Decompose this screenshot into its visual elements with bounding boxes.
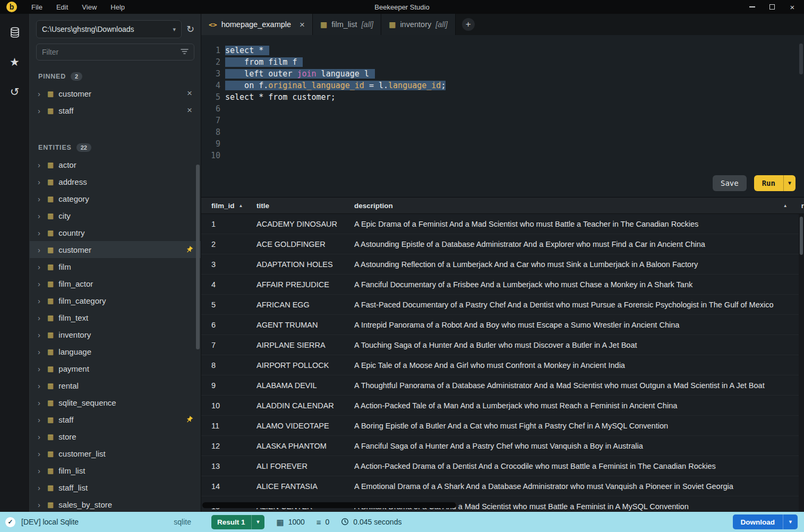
new-tab-button[interactable]: +	[462, 18, 475, 31]
unpin-close-icon[interactable]: ×	[187, 105, 192, 116]
run-button[interactable]: Run ▼	[754, 175, 796, 191]
table-row[interactable]: 6AGENT TRUMANA Intrepid Panorama of a Ro…	[201, 315, 804, 335]
chevron-right-icon[interactable]: ›	[38, 178, 42, 186]
editor-scrollbar[interactable]	[799, 44, 803, 74]
cell-title[interactable]: ALICE FANTASIA	[256, 482, 354, 491]
cell-title[interactable]: ALASKA PHANTOM	[256, 442, 354, 450]
results-horizontal-scrollbar[interactable]	[202, 502, 456, 508]
chevron-right-icon[interactable]: ›	[38, 331, 42, 339]
connection-dropdown[interactable]: C:\Users\ghstng\Downloads ▾	[36, 20, 182, 38]
chevron-right-icon[interactable]: ›	[38, 212, 42, 220]
entity-item-film[interactable]: ›▦film	[30, 258, 201, 275]
cell-title[interactable]: ACE GOLDFINGER	[256, 240, 354, 248]
cell-title[interactable]: ALI FOREVER	[256, 462, 354, 470]
cell-description[interactable]: A Intrepid Panorama of a Robot And a Boy…	[354, 315, 804, 335]
download-button[interactable]: Download ▼	[733, 514, 798, 529]
save-button[interactable]: Save	[713, 175, 747, 191]
entity-item-inventory[interactable]: ›▦inventory	[30, 326, 201, 343]
cell-title[interactable]: AGENT TRUMAN	[256, 321, 354, 329]
history-icon[interactable]: ↺	[7, 84, 23, 100]
refresh-icon[interactable]: ↻	[186, 24, 194, 34]
sql-editor[interactable]: 12345678910 select * from film f left ou…	[201, 35, 804, 197]
pinned-item-staff[interactable]: ›▦staff×	[30, 102, 201, 119]
table-row[interactable]: 11ALAMO VIDEOTAPEA Boring Epistle of a B…	[201, 416, 804, 436]
code-line[interactable]: select * from customer;	[225, 91, 446, 103]
cell-title[interactable]: ALADDIN CALENDAR	[256, 401, 354, 410]
maximize-button[interactable]	[764, 1, 781, 13]
chevron-right-icon[interactable]: ›	[38, 107, 42, 115]
cell-description[interactable]: A Fanciful Saga of a Hunter And a Pastry…	[354, 436, 804, 456]
minimize-button[interactable]	[743, 1, 760, 13]
run-options-caret-icon[interactable]: ▼	[783, 175, 796, 191]
column-header-film_id[interactable]: film_id▲	[201, 202, 256, 210]
code-line[interactable]	[225, 126, 446, 138]
cell-film-id[interactable]: 1	[201, 220, 256, 228]
cell-title[interactable]: ALABAMA DEVIL	[256, 381, 354, 390]
cell-film-id[interactable]: 8	[201, 361, 256, 370]
cell-description[interactable]: A Fanciful Documentary of a Frisbee And …	[354, 274, 804, 295]
unpin-close-icon[interactable]: ×	[187, 88, 192, 99]
cell-film-id[interactable]: 14	[201, 482, 256, 491]
cell-film-id[interactable]: 13	[201, 462, 256, 470]
chevron-right-icon[interactable]: ›	[38, 246, 42, 254]
chevron-right-icon[interactable]: ›	[38, 399, 42, 407]
scrollbar-thumb[interactable]	[800, 217, 803, 255]
cell-description[interactable]: A Astounding Reflection of a Lumberjack …	[354, 254, 804, 274]
table-row[interactable]: 1ACADEMY DINOSAURA Epic Drama of a Femin…	[201, 214, 804, 234]
cell-title[interactable]: AIRPLANE SIERRA	[256, 341, 354, 349]
table-row[interactable]: 7AIRPLANE SIERRAA Touching Saga of a Hun…	[201, 335, 804, 355]
menu-view[interactable]: View	[75, 3, 104, 11]
table-row[interactable]: 13ALI FOREVERA Action-Packed Drama of a …	[201, 456, 804, 476]
cell-description[interactable]: A Action-Packed Tale of a Man And a Lumb…	[354, 396, 804, 416]
database-icon[interactable]	[7, 24, 23, 40]
code-line[interactable]: from film f	[225, 56, 446, 68]
entity-item-payment[interactable]: ›▦payment	[30, 360, 201, 377]
table-row[interactable]: 10ALADDIN CALENDARA Action-Packed Tale o…	[201, 396, 804, 416]
close-window-button[interactable]: ×	[784, 1, 801, 13]
result-caret-icon[interactable]: ▼	[251, 515, 265, 529]
code-line[interactable]: select *	[225, 45, 446, 56]
entity-item-sqlite_sequence[interactable]: ›▦sqlite_sequence	[30, 394, 201, 411]
cell-description[interactable]: A Thoughtful Panorama of a Database Admi…	[354, 375, 804, 396]
chevron-right-icon[interactable]: ›	[38, 314, 42, 322]
cell-title[interactable]: AFFAIR PREJUDICE	[256, 280, 354, 289]
cell-film-id[interactable]: 7	[201, 341, 256, 349]
entity-item-film_list[interactable]: ›▦film_list	[30, 462, 201, 479]
cell-description[interactable]: A Astounding Epistle of a Database Admin…	[354, 234, 804, 254]
cell-film-id[interactable]: 9	[201, 381, 256, 390]
cell-title[interactable]: ACADEMY DINOSAUR	[256, 220, 354, 228]
cell-description[interactable]: A Touching Saga of a Hunter And a Butler…	[354, 335, 804, 355]
cell-title[interactable]: AIRPORT POLLOCK	[256, 361, 354, 370]
cell-title[interactable]: ADAPTATION HOLES	[256, 260, 354, 269]
code-line[interactable]: on f.original_language_id = l.language_i…	[225, 80, 446, 91]
table-row[interactable]: 14ALICE FANTASIAA Emotional Drama of a A…	[201, 476, 804, 496]
cell-description[interactable]: A Epic Drama of a Feminist And a Mad Sci…	[354, 214, 804, 234]
clipped-column-header[interactable]: ▲ r	[779, 198, 804, 213]
table-row[interactable]: 9ALABAMA DEVILA Thoughtful Panorama of a…	[201, 375, 804, 396]
entity-item-country[interactable]: ›▦country	[30, 224, 201, 241]
entity-item-staff_list[interactable]: ›▦staff_list	[30, 479, 201, 496]
code-line[interactable]	[225, 103, 446, 115]
entity-item-customer[interactable]: ›▦customer	[30, 241, 201, 258]
chevron-right-icon[interactable]: ›	[38, 161, 42, 169]
entity-item-sales_by_store[interactable]: ›▦sales_by_store	[30, 496, 201, 512]
entity-item-customer_list[interactable]: ›▦customer_list	[30, 445, 201, 462]
entity-item-category[interactable]: ›▦category	[30, 190, 201, 207]
pin-icon[interactable]	[185, 416, 193, 424]
chevron-right-icon[interactable]: ›	[38, 433, 42, 441]
entity-item-rental[interactable]: ›▦rental	[30, 377, 201, 394]
entity-item-city[interactable]: ›▦city	[30, 207, 201, 224]
download-caret-icon[interactable]: ▼	[783, 514, 798, 529]
filter-input[interactable]	[42, 48, 181, 56]
cell-film-id[interactable]: 11	[201, 422, 256, 430]
chevron-right-icon[interactable]: ›	[38, 90, 42, 98]
entity-item-language[interactable]: ›▦language	[30, 343, 201, 360]
table-row[interactable]: 12ALASKA PHANTOMA Fanciful Saga of a Hun…	[201, 436, 804, 456]
pin-icon[interactable]	[185, 246, 193, 254]
chevron-right-icon[interactable]: ›	[38, 195, 42, 203]
tab-inventory[interactable]: ▦inventory[all]	[381, 14, 456, 35]
menu-help[interactable]: Help	[104, 3, 132, 11]
entity-item-film_text[interactable]: ›▦film_text	[30, 309, 201, 326]
entity-item-address[interactable]: ›▦address	[30, 173, 201, 190]
chevron-right-icon[interactable]: ›	[38, 484, 42, 492]
